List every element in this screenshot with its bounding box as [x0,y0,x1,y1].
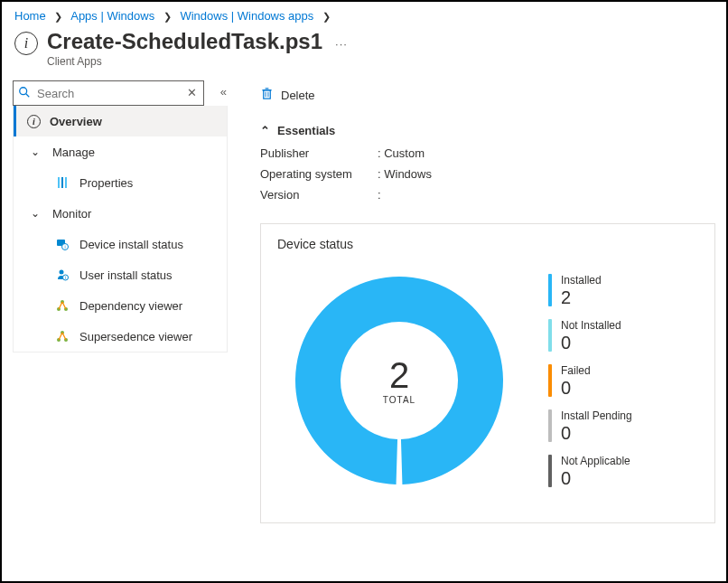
svg-text:i: i [65,275,66,280]
legend-item-not-applicable: Not Applicable 0 [548,455,698,487]
sidebar-item-overview[interactable]: i Overview [14,106,227,136]
sidebar-section-monitor[interactable]: ⌄ Monitor [14,198,227,229]
sidebar-item-label: Device install status [79,238,183,251]
breadcrumb-link-windows-apps[interactable]: Windows | Windows apps [180,9,313,23]
svg-text:i: i [64,244,65,249]
trash-icon [260,87,274,103]
chevron-right-icon: ❯ [49,11,68,22]
breadcrumb-link-home[interactable]: Home [14,9,46,23]
svg-rect-3 [61,177,63,188]
svg-rect-4 [65,177,67,188]
info-icon: i [27,115,41,128]
svg-point-8 [60,270,64,275]
chevron-up-icon: ⌃ [260,124,270,137]
legend-value: 0 [561,469,630,487]
legend-label: Failed [561,365,591,377]
essentials-os-key: Operating system [260,167,378,181]
donut-total-label: TOTAL [383,395,415,405]
legend-value: 2 [561,288,602,306]
device-status-title: Device status [277,237,698,251]
sidebar-section-label: Manage [52,146,95,159]
svg-rect-21 [264,90,271,99]
sidebar-item-dependency-viewer[interactable]: Dependency viewer [14,290,227,321]
legend-label: Installed [561,275,602,287]
legend-swatch [548,409,552,442]
chevron-down-icon: ⌄ [27,207,43,220]
chevron-right-icon: ❯ [317,11,336,22]
device-status-panel: Device status 2 TOTAL Installed 2 [260,223,715,523]
legend-value: 0 [561,379,591,397]
essentials-publisher-value: Custom [378,146,715,160]
search-input[interactable] [13,80,204,106]
sidebar-section-manage[interactable]: ⌄ Manage [14,136,227,167]
delete-button[interactable]: Delete [260,87,315,103]
sidebar-item-supersedence-viewer[interactable]: Supersedence viewer [14,321,227,352]
supersedence-icon [54,330,70,343]
essentials-header-label: Essentials [277,124,335,137]
breadcrumb-link-apps-windows[interactable]: Apps | Windows [70,9,154,23]
essentials-toggle[interactable]: ⌃ Essentials [260,124,715,137]
legend-label: Install Pending [561,410,632,422]
sidebar-item-user-install-status[interactable]: i User install status [14,259,227,290]
legend-item-installed: Installed 2 [548,274,698,306]
properties-icon [54,176,70,189]
chevron-right-icon: ❯ [158,11,177,22]
legend-swatch [548,319,552,352]
collapse-sidebar-icon[interactable]: « [220,85,224,99]
command-bar: Delete [260,80,715,109]
legend-item-not-installed: Not Installed 0 [548,319,698,352]
legend-swatch [548,364,552,397]
essentials-os-value: Windows [378,167,715,181]
legend-swatch [548,455,552,487]
legend-label: Not Applicable [561,456,630,467]
more-actions-button[interactable]: ··· [335,37,348,51]
page-title: Create-ScheduledTask.ps1 [47,30,322,53]
essentials-version-key: Version [260,188,378,202]
dependency-icon [54,299,70,312]
legend-value: 0 [561,334,621,352]
svg-line-19 [59,333,62,340]
svg-line-20 [62,333,66,340]
sidebar-item-label: Dependency viewer [79,299,182,313]
sidebar-item-label: Supersedence viewer [79,330,192,343]
legend-item-failed: Failed 0 [548,364,698,397]
sidebar-item-label: User install status [79,268,173,282]
legend-label: Not Installed [561,320,621,332]
breadcrumb: Home ❯ Apps | Windows ❯ Windows | Window… [2,2,726,26]
essentials-panel: ⌃ Essentials Publisher Custom Operating … [260,124,715,202]
sidebar-item-properties[interactable]: Properties [14,167,227,198]
sidebar-item-label: Properties [79,176,133,190]
main-content: Delete ⌃ Essentials Publisher Custom Ope… [228,80,715,523]
page-subtitle: Client Apps [47,55,322,68]
essentials-publisher-key: Publisher [260,146,378,160]
sidebar: ✕ « i Overview ⌄ Manage Properties ⌄ Mon… [13,80,228,353]
device-status-legend: Installed 2 Not Installed 0 [521,274,698,487]
user-status-icon: i [54,268,70,281]
legend-swatch [548,274,552,306]
svg-line-14 [59,302,62,309]
device-status-donut: 2 TOTAL [277,259,521,503]
sidebar-item-label: Overview [50,115,102,128]
info-icon: i [14,32,38,55]
svg-rect-2 [58,177,60,188]
chevron-down-icon: ⌄ [27,146,43,158]
legend-value: 0 [561,424,632,442]
sidebar-section-label: Monitor [52,207,91,221]
delete-label: Delete [281,89,315,102]
clear-icon[interactable]: ✕ [187,86,197,99]
svg-line-15 [62,302,66,309]
device-status-icon: i [54,238,70,250]
essentials-version-value [378,188,715,202]
donut-total-value: 2 [389,357,409,393]
legend-item-install-pending: Install Pending 0 [548,409,698,442]
sidebar-item-device-install-status[interactable]: i Device install status [14,229,227,259]
